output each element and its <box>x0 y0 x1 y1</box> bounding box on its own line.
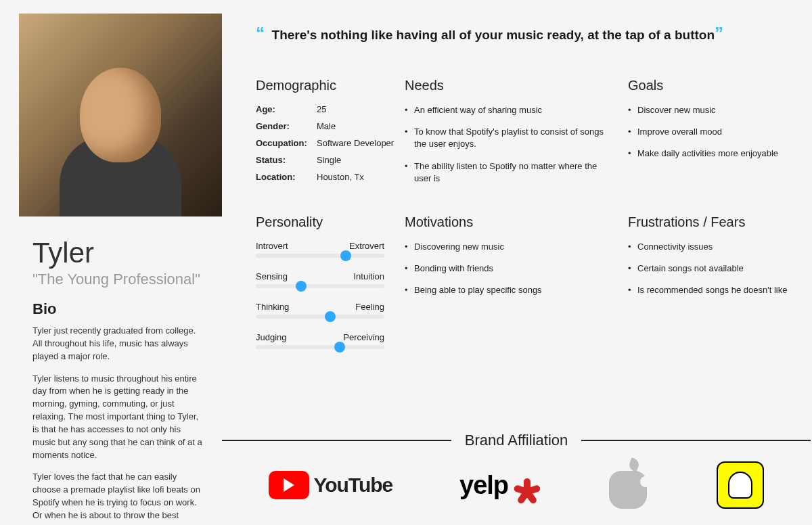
brand-heading: Brand Affiliation <box>465 432 568 449</box>
divider <box>222 440 451 441</box>
motivations-section: Motivations Discovering new musicBonding… <box>405 214 628 363</box>
brand-affiliation-section: Brand Affiliation YouTube yelp <box>222 432 811 509</box>
list-item: An efficient way of sharing music <box>405 104 614 116</box>
snapchat-ghost-icon <box>728 472 752 499</box>
trait-knob <box>296 281 307 292</box>
trait-left-label: Sensing <box>256 271 288 281</box>
demographic-value: Software Developer <box>317 138 394 148</box>
demographic-value: Male <box>317 121 336 131</box>
demographic-label: Status: <box>256 155 317 165</box>
close-quote-icon: ” <box>715 23 723 43</box>
snapchat-logo <box>717 461 764 509</box>
youtube-logo: YouTube <box>269 471 392 499</box>
trait-left-label: Introvert <box>256 241 288 251</box>
trait-knob <box>325 311 336 322</box>
trait-slider <box>256 254 384 258</box>
youtube-icon <box>269 471 309 499</box>
open-quote-icon: “ <box>256 23 265 43</box>
yelp-burst-icon <box>512 470 542 500</box>
list-item: Is recommended songs he doesn't like <box>628 284 797 296</box>
list-item: Discover new music <box>628 104 797 116</box>
list-item: Connectivity issues <box>628 241 797 253</box>
trait-right-label: Extrovert <box>349 241 384 251</box>
trait-slider <box>256 315 384 319</box>
goals-section: Goals Discover new musicImprove overall … <box>628 78 811 194</box>
personality-trait: ThinkingFeeling <box>256 302 384 319</box>
demographic-row: Age:25 <box>256 104 405 114</box>
frustrations-heading: Frustrations / Fears <box>628 214 811 230</box>
yelp-wordmark: yelp <box>459 471 508 500</box>
demographic-value: Single <box>317 155 341 165</box>
goals-heading: Goals <box>628 78 811 93</box>
trait-slider <box>256 345 384 349</box>
bio-paragraph: Tyler just recently graduated from colle… <box>32 325 203 363</box>
youtube-wordmark: YouTube <box>313 474 392 497</box>
demographic-row: Occupation:Software Developer <box>256 138 405 148</box>
personality-trait: SensingIntuition <box>256 271 384 288</box>
main-content: “ There's nothing like having all of you… <box>222 0 812 525</box>
demographic-label: Gender: <box>256 121 317 131</box>
personality-heading: Personality <box>256 214 405 230</box>
trait-right-label: Feeling <box>355 302 384 312</box>
divider <box>581 440 811 441</box>
demographic-label: Occupation: <box>256 138 317 148</box>
personality-section: Personality IntrovertExtrovertSensingInt… <box>256 214 405 363</box>
list-item: Improve overall mood <box>628 126 797 138</box>
apple-leaf-icon <box>627 457 640 472</box>
demographic-value: 25 <box>317 104 326 114</box>
bio-heading: Bio <box>32 300 208 318</box>
bio-paragraph: Tyler loves the fact that he can easily … <box>32 471 203 525</box>
list-item: Being able to play specific songs <box>405 284 614 296</box>
personality-trait: IntrovertExtrovert <box>256 241 384 258</box>
list-item: Certain songs not available <box>628 262 797 275</box>
list-item: To know that Spotify's playlist to consi… <box>405 126 614 150</box>
list-item: The ability listen to Spotify no matter … <box>405 160 614 185</box>
trait-left-label: Judging <box>256 332 287 342</box>
needs-heading: Needs <box>405 78 628 93</box>
persona-tagline: "The Young Professional" <box>32 271 208 288</box>
demographic-heading: Demographic <box>256 78 405 93</box>
demographic-row: Gender:Male <box>256 121 405 131</box>
list-item: Discovering new music <box>405 241 614 253</box>
demographic-label: Age: <box>256 104 317 114</box>
motivations-heading: Motivations <box>405 214 628 230</box>
trait-slider <box>256 284 384 288</box>
persona-name: Tyler <box>32 237 208 269</box>
demographic-value: Houston, Tx <box>317 172 364 182</box>
trait-left-label: Thinking <box>256 302 289 312</box>
yelp-logo: yelp <box>459 470 542 500</box>
sidebar: Tyler "The Young Professional" Bio Tyler… <box>0 0 222 525</box>
list-item: Bonding with friends <box>405 262 614 275</box>
persona-quote: “ There's nothing like having all of you… <box>256 23 811 44</box>
list-item: Make daily activities more enjoyable <box>628 147 797 160</box>
demographic-label: Location: <box>256 172 317 182</box>
needs-section: Needs An efficient way of sharing musicT… <box>405 78 628 194</box>
personality-trait: JudgingPerceiving <box>256 332 384 349</box>
trait-right-label: Perceiving <box>343 332 384 342</box>
bio-paragraph: Tyler listens to music throughout his en… <box>32 373 203 462</box>
trait-knob <box>334 342 345 352</box>
demographic-section: Demographic Age:25Gender:MaleOccupation:… <box>256 78 405 194</box>
trait-right-label: Intuition <box>353 271 384 281</box>
frustrations-section: Frustrations / Fears Connectivity issues… <box>628 214 811 363</box>
demographic-row: Status:Single <box>256 155 405 165</box>
apple-icon <box>609 471 647 509</box>
apple-logo <box>609 461 650 509</box>
bio-text: Tyler just recently graduated from colle… <box>32 325 208 525</box>
quote-text: There's nothing like having all of your … <box>272 28 715 42</box>
persona-photo <box>19 14 222 216</box>
demographic-row: Location:Houston, Tx <box>256 172 405 182</box>
trait-knob <box>340 250 351 261</box>
